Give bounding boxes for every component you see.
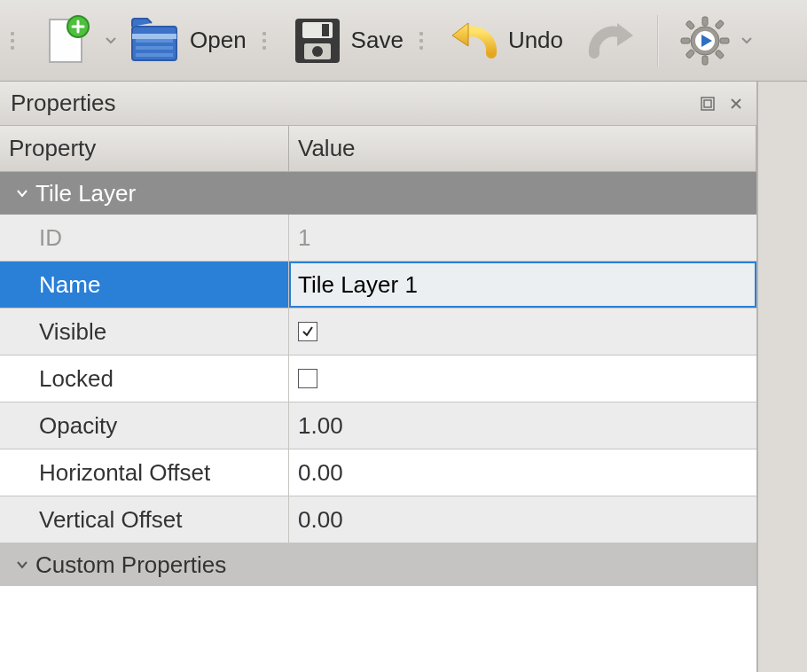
row-voffset[interactable]: Vertical Offset 0.00 xyxy=(0,496,756,543)
value-hoffset[interactable]: 0.00 xyxy=(289,449,756,496)
label-id: ID xyxy=(0,215,289,261)
label-hoffset: Horizontal Offset xyxy=(0,449,289,496)
canvas-gutter xyxy=(757,82,807,672)
new-file-button[interactable] xyxy=(27,5,105,76)
group-label: Tile Layer xyxy=(35,180,136,207)
label-locked: Locked xyxy=(0,356,289,402)
open-label: Open xyxy=(190,27,247,54)
floppy-save-icon xyxy=(287,11,348,71)
panel-title: Properties xyxy=(11,90,691,117)
panel-header: Properties xyxy=(0,82,756,126)
label-opacity: Opacity xyxy=(0,402,289,449)
redo-button xyxy=(572,5,650,76)
value-opacity[interactable]: 1.00 xyxy=(289,402,756,449)
toolbar-grip[interactable] xyxy=(9,20,21,62)
svg-rect-14 xyxy=(681,38,690,43)
svg-rect-17 xyxy=(715,50,725,59)
row-id[interactable]: ID 1 xyxy=(0,215,756,262)
row-locked[interactable]: Locked xyxy=(0,356,756,402)
toolbar-grip-2[interactable] xyxy=(261,20,273,62)
svg-rect-2 xyxy=(132,34,176,39)
col-header-value[interactable]: Value xyxy=(289,126,756,171)
locked-checkbox[interactable] xyxy=(298,369,317,388)
toolbar-grip-3[interactable] xyxy=(418,20,430,62)
save-button[interactable]: Save xyxy=(278,5,412,76)
row-hoffset[interactable]: Horizontal Offset 0.00 xyxy=(0,449,756,496)
label-visible: Visible xyxy=(0,309,289,355)
svg-rect-3 xyxy=(136,39,173,43)
undo-label: Undo xyxy=(508,27,563,54)
row-opacity[interactable]: Opacity 1.00 xyxy=(0,402,756,449)
panel-close-icon[interactable] xyxy=(725,92,748,115)
new-file-dropdown[interactable] xyxy=(105,37,117,44)
svg-rect-18 xyxy=(715,20,725,29)
svg-rect-22 xyxy=(704,100,711,107)
svg-rect-16 xyxy=(686,20,695,30)
col-header-property[interactable]: Property xyxy=(0,126,289,171)
run-settings-dropdown[interactable] xyxy=(740,37,753,44)
panel-float-icon[interactable] xyxy=(696,92,719,115)
empty-area xyxy=(0,586,756,657)
toolbar-separator xyxy=(657,15,659,66)
main-toolbar: Open Save Undo xyxy=(0,0,807,82)
run-settings-button[interactable] xyxy=(666,5,744,76)
redo-icon xyxy=(581,11,641,71)
group-label: Custom Properties xyxy=(35,551,226,579)
svg-rect-4 xyxy=(136,46,173,50)
svg-point-10 xyxy=(312,46,323,57)
open-button[interactable]: Open xyxy=(117,5,255,76)
gear-run-icon xyxy=(675,11,735,71)
svg-rect-15 xyxy=(720,38,729,43)
visible-checkbox[interactable] xyxy=(298,322,317,341)
save-label: Save xyxy=(351,27,404,54)
group-custom-properties[interactable]: Custom Properties xyxy=(0,543,756,586)
new-file-icon xyxy=(35,11,96,71)
chevron-down-icon xyxy=(12,189,32,198)
row-visible[interactable]: Visible xyxy=(0,309,756,356)
svg-rect-19 xyxy=(686,49,695,59)
row-name[interactable]: Name xyxy=(0,262,756,309)
properties-panel: Properties Property Value Tile Layer ID … xyxy=(0,82,757,672)
label-name: Name xyxy=(0,262,289,308)
group-tile-layer[interactable]: Tile Layer xyxy=(0,172,756,215)
undo-icon xyxy=(444,11,505,71)
table-header: Property Value xyxy=(0,126,756,172)
folder-open-icon xyxy=(126,11,186,71)
undo-button[interactable]: Undo xyxy=(435,5,572,76)
name-input[interactable] xyxy=(289,262,756,308)
value-voffset[interactable]: 0.00 xyxy=(289,496,756,543)
chevron-down-icon xyxy=(12,560,32,569)
svg-rect-5 xyxy=(136,53,173,57)
label-voffset: Vertical Offset xyxy=(0,496,289,543)
svg-rect-21 xyxy=(701,98,714,110)
svg-rect-8 xyxy=(322,24,329,36)
svg-rect-12 xyxy=(702,17,708,26)
svg-rect-13 xyxy=(702,56,708,65)
value-id: 1 xyxy=(289,215,756,261)
